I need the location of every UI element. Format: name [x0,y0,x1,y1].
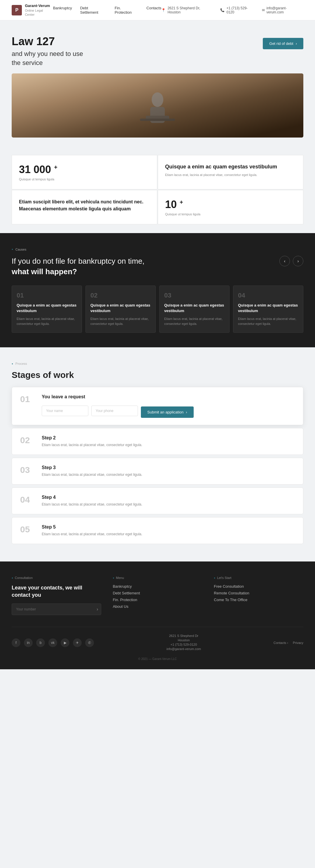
cause-card-4: 04 Quisque a enim ac quam egestas vestib… [233,285,303,333]
stage-content-1: You leave a request Submit an applicatio… [42,394,295,418]
footer-menu-bankruptcy[interactable]: Bankruptcy [113,584,202,589]
footer-remote-consultation[interactable]: Remote Consultation [214,591,303,595]
stat-label-1: Quisque ut tempus ligula [19,178,150,181]
stage-num-4: 04 [20,495,35,505]
cause-desc-4: Etiam lacus erat, lacinia at placerat vi… [238,316,298,327]
hero-section: Law 127 and why you need to use the serv… [0,21,315,146]
footer-grid: Consultation Leave your contacts, we wil… [12,576,303,615]
stage-num-3: 03 [20,465,35,475]
brand-name: Garant-Verum [25,3,53,8]
stage-item-2: 02 Step 2 Etiam lacus erat, lacinia at p… [12,428,303,455]
social-youtube[interactable]: ▶ [61,639,69,647]
nav-contacts[interactable]: Contacts [146,6,161,14]
cause-title-2: Quisque a enim ac quam egestas vestibulu… [90,303,151,313]
stage-title-2: Step 2 [42,435,295,440]
hero-subtitle: and why you need to use the service [12,50,83,68]
email-icon: ✉ [262,8,265,12]
footer-come-to-office[interactable]: Come To The Office [214,598,303,602]
stat-text-3: Etiam suscipit libero elit, et vehicula … [19,198,150,212]
stat-label-2: Quisque ut tempus ligula [165,212,296,216]
stages-title: Stages of work [12,370,303,380]
footer-menu-debt[interactable]: Debt Settlement [113,591,202,595]
cause-card-1: 01 Quisque a enim ac quam egestas vestib… [12,285,82,333]
consultation-title: Leave your contacts, we will contact you [12,584,101,599]
stage-num-2: 02 [20,435,35,445]
nav-address: 📍 2621 S Shepherd Dr, Houston [161,6,213,14]
footer-privacy-link[interactable]: Privacy [293,641,303,645]
phone-icon: 📞 [220,8,225,12]
cta-button[interactable]: Get rid of debt › [263,38,303,49]
stage-title-4: Step 4 [42,495,295,500]
nav-bankruptcy[interactable]: Bankruptcy [53,6,72,14]
your-number-input[interactable] [12,603,101,615]
logo: P Garant-Verum Online Legal Center [12,3,53,17]
causes-cards: 01 Quisque a enim ac quam egestas vestib… [12,285,303,333]
stage-item-4: 04 Step 4 Etiam lacus erat, lacinia at p… [12,488,303,514]
stage-item-3: 03 Step 3 Etiam lacus erat, lacinia at p… [12,458,303,485]
nav-contact: 📍 2621 S Shepherd Dr, Houston 📞 +1 (713)… [161,6,303,14]
stage-title-5: Step 5 [42,524,295,530]
stages-label: Process [12,362,303,365]
brand-sub: Online Legal Center [25,8,53,17]
name-input[interactable] [42,406,88,416]
cause-number-3: 03 [164,292,225,299]
hero-text: Law 127 and why you need to use the serv… [12,35,83,67]
stage-desc-4: Etiam lacus erat, lacinia at placerat vi… [42,502,295,507]
stat-desc-2: Etiam lacus erat, lacinia at placerat vi… [165,173,296,178]
stats-section: 31 000 + Quisque ut tempus ligula Quisqu… [0,146,315,233]
stage-desc-3: Etiam lacus erat, lacinia at placerat vi… [42,472,295,477]
footer-city: Houston [167,639,201,642]
phone-input[interactable] [91,406,138,416]
stage-content-5: Step 5 Etiam lacus erat, lacinia at plac… [42,524,295,537]
stages-section: Process Stages of work 01 You leave a re… [0,347,315,561]
stage-title-1: You leave a request [42,394,295,400]
submit-application-button[interactable]: Submit an application › [141,406,194,418]
footer-input-wrap: › [12,603,101,615]
footer-menu-about[interactable]: About Us [113,604,202,609]
nav-email: ✉ info@garant-verum.com [262,6,303,14]
causes-section: Causes If you do not file for bankruptcy… [0,233,315,347]
causes-prev-button[interactable]: ‹ [279,256,290,266]
nav-fin-protection[interactable]: Fin. Protection [115,6,138,14]
social-icons: f in b vk ▶ ✈ ✆ [12,639,94,647]
social-vk[interactable]: vk [49,639,57,647]
footer-lets-start: Let's Start Free Consultation Remote Con… [214,576,303,615]
svg-rect-3 [140,119,175,121]
footer-phone: +1 (713) 529-0120 [167,643,201,646]
brand: Garant-Verum Online Legal Center [25,3,53,17]
stage-num-1: 01 [20,394,35,404]
footer-bottom: f in b vk ▶ ✈ ✆ 2621 S Shepherd Dr Houst… [12,627,303,652]
nav-phone: 📞 +1 (713) 529-0120 [220,6,255,14]
causes-title: If you do not file for bankruptcy on tim… [12,256,144,277]
svg-point-0 [152,92,163,107]
causes-next-button[interactable]: › [293,256,303,266]
nav-debt-settlement[interactable]: Debt Settlement [80,6,107,14]
social-facebook[interactable]: f [12,639,21,647]
stage-form: Submit an application › [42,404,295,418]
lets-start-label: Let's Start [214,576,303,580]
footer-consultation: Consultation Leave your contacts, we wil… [12,576,101,615]
cause-card-3: 03 Quisque a enim ac quam egestas vestib… [159,285,230,333]
footer-free-consultation[interactable]: Free Consultation [214,584,303,589]
cause-card-2: 02 Quisque a enim ac quam egestas vestib… [85,285,156,333]
stat-number-1: 31 000 + [19,163,150,176]
stat-card-text: Quisque a enim ac quam egestas vestibulu… [158,155,303,189]
logo-icon: P [12,5,22,16]
footer-menu-fin[interactable]: Fin. Protection [113,598,202,602]
footer-contacts-link[interactable]: Contacts › [274,641,288,645]
social-whatsapp[interactable]: ✆ [85,639,94,647]
social-telegram[interactable]: ✈ [73,639,82,647]
social-instagram[interactable]: in [24,639,33,647]
causes-label: Causes [12,248,303,251]
cause-number-2: 02 [90,292,151,299]
footer-submit-button[interactable]: › [96,607,98,612]
stage-item-5: 05 Step 5 Etiam lacus erat, lacinia at p… [12,517,303,544]
stage-content-4: Step 4 Etiam lacus erat, lacinia at plac… [42,495,295,507]
cause-title-1: Quisque a enim ac quam egestas vestibulu… [17,303,77,313]
social-blogger[interactable]: b [36,639,45,647]
stat-card-wide: Etiam suscipit libero elit, et vehicula … [12,190,157,224]
stage-num-5: 05 [20,524,35,534]
stat-card-number: 31 000 + Quisque ut tempus ligula [12,155,157,189]
stat-number-2: 10 + [165,198,296,211]
footer-contact-info: 2621 S Shepherd Dr Houston +1 (713) 529-… [167,634,201,652]
